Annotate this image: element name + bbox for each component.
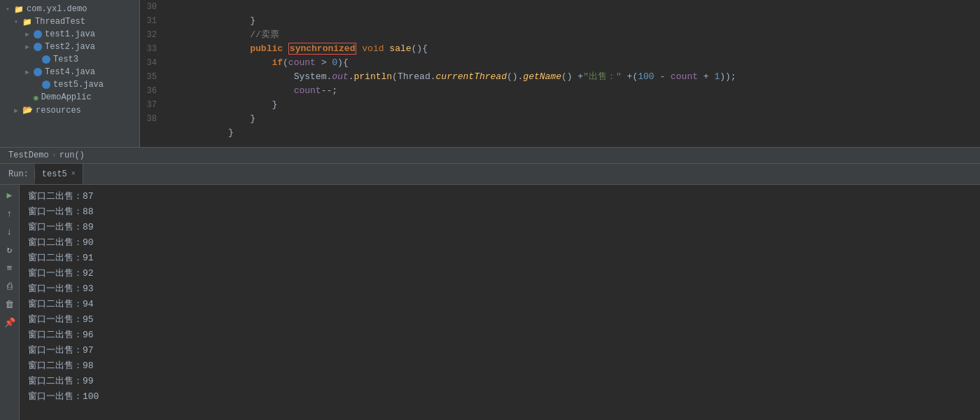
scroll-up-button[interactable]: ↑ xyxy=(2,206,18,221)
tree-label: ThreadTest xyxy=(35,17,85,27)
folder-icon: 📁 xyxy=(14,5,24,14)
output-line: 窗口一出售：100 xyxy=(28,389,972,405)
output-line: 窗口一出售：92 xyxy=(28,266,972,281)
green-class-icon: ◉ xyxy=(34,93,38,102)
line-num-33: 33 xyxy=(140,42,162,56)
tree-label: Test4.java xyxy=(45,67,95,77)
line-numbers: 30 31 32 33 34 35 36 37 38 xyxy=(140,0,168,147)
run-panel: Run: test5 × ▶ ↑ ↓ ↻ ≡ ⎙ 🗑 📌 窗口二出售：87窗口一… xyxy=(0,164,980,420)
output-line: 窗口二出售：90 xyxy=(28,235,972,251)
code-line-38: } xyxy=(174,112,980,126)
output-line: 窗口二出售：96 xyxy=(28,328,972,343)
java-file-icon xyxy=(34,43,42,51)
output-line: 窗口一出售：89 xyxy=(28,220,972,235)
output-line: 窗口一出售：88 xyxy=(28,204,972,220)
tree-label: test5.java xyxy=(53,80,104,90)
output-line: 窗口二出售：91 xyxy=(28,251,972,266)
scroll-down-button[interactable]: ↓ xyxy=(2,224,18,239)
java-file-icon xyxy=(42,80,50,89)
pin-button[interactable]: 📌 xyxy=(2,315,18,330)
tree-label: com.yxl.demo xyxy=(27,4,87,14)
tree-item-test3[interactable]: Test3 xyxy=(0,53,139,66)
run-tab-label: test5 xyxy=(42,169,67,179)
run-label: Run: xyxy=(3,169,35,179)
tree-label: test1.java xyxy=(45,29,95,39)
folder-icon: 📁 xyxy=(22,18,32,27)
output-line: 窗口二出售：87 xyxy=(28,189,972,204)
tree-item-com-yxl-demo[interactable]: ▾ 📁 com.yxl.demo xyxy=(0,3,139,15)
java-file-icon xyxy=(34,68,42,76)
tree-label: resources xyxy=(36,106,81,115)
file-tree: ▾ 📁 com.yxl.demo ▾ 📁 ThreadTest ▶ test1.… xyxy=(0,0,140,147)
code-line-32: public synchronized void sale(){ xyxy=(174,28,980,42)
code-editor: 30 31 32 33 34 35 36 37 38 } //卖票 xyxy=(140,0,980,147)
breadcrumb-part2: run() xyxy=(59,150,85,160)
arrow-icon: ▶ xyxy=(25,68,34,76)
breadcrumb-part1: TestDemo xyxy=(8,150,49,160)
code-line-30: } xyxy=(174,0,980,14)
tree-label: Test2.java xyxy=(45,42,95,52)
code-line-31: //卖票 xyxy=(174,14,980,28)
tree-item-test2[interactable]: ▶ Test2.java xyxy=(0,41,139,53)
print-button[interactable]: ⎙ xyxy=(2,279,18,294)
arrow-icon: ▶ xyxy=(25,43,34,51)
code-content: } //卖票 public synchronized void sale(){ … xyxy=(168,0,980,147)
run-body: ▶ ↑ ↓ ↻ ≡ ⎙ 🗑 📌 窗口二出售：87窗口一出售：88窗口一出售：89… xyxy=(0,185,980,420)
run-sidebar: ▶ ↑ ↓ ↻ ≡ ⎙ 🗑 📌 xyxy=(0,185,20,420)
line-num-30: 30 xyxy=(140,0,162,14)
settings-button[interactable]: ≡ xyxy=(2,260,18,276)
code-area: ▾ 📁 com.yxl.demo ▾ 📁 ThreadTest ▶ test1.… xyxy=(0,0,980,147)
tree-label: Test3 xyxy=(53,55,78,64)
tree-item-test5[interactable]: test5.java xyxy=(0,78,139,91)
code-lines: 30 31 32 33 34 35 36 37 38 } //卖票 xyxy=(140,0,980,147)
line-num-31: 31 xyxy=(140,14,162,28)
arrow-icon: ▶ xyxy=(14,106,22,115)
output-line: 窗口一出售：93 xyxy=(28,281,972,297)
resources-icon: 📂 xyxy=(22,105,33,115)
arrow-icon: ▾ xyxy=(6,5,14,13)
line-num-38: 38 xyxy=(140,112,162,126)
delete-button[interactable]: 🗑 xyxy=(2,297,18,312)
output-line: 窗口二出售：94 xyxy=(28,297,972,312)
tree-item-demo-applic[interactable]: ◉ DemoApplic xyxy=(0,91,139,104)
breadcrumb-sep: › xyxy=(52,150,57,160)
arrow-icon: ▶ xyxy=(25,30,34,38)
java-file-icon xyxy=(34,30,42,38)
line-num-34: 34 xyxy=(140,56,162,70)
line-num-36: 36 xyxy=(140,84,162,98)
tree-item-threadtest[interactable]: ▾ 📁 ThreadTest xyxy=(0,15,139,28)
rerun-button[interactable]: ↻ xyxy=(2,242,18,258)
tree-item-test1[interactable]: ▶ test1.java xyxy=(0,28,139,41)
code-line-37: } xyxy=(174,98,980,112)
output-line: 窗口二出售：99 xyxy=(28,374,972,389)
tree-label: DemoApplic xyxy=(41,92,92,102)
tree-item-test4[interactable]: ▶ Test4.java xyxy=(0,66,139,78)
line-num-32: 32 xyxy=(140,28,162,42)
run-play-button[interactable]: ▶ xyxy=(2,188,18,203)
output-line: 窗口二出售：98 xyxy=(28,358,972,374)
tree-item-resources[interactable]: ▶ 📂 resources xyxy=(0,104,139,117)
breadcrumb-bar: TestDemo › run() xyxy=(0,147,980,164)
close-icon[interactable]: × xyxy=(71,170,76,178)
line-num-35: 35 xyxy=(140,70,162,84)
run-tab-bar: Run: test5 × xyxy=(0,164,980,185)
output-line: 窗口一出售：95 xyxy=(28,312,972,328)
run-tab-test5[interactable]: test5 × xyxy=(35,164,83,184)
line-num-37: 37 xyxy=(140,98,162,112)
arrow-icon: ▾ xyxy=(14,18,22,26)
java-class-icon xyxy=(42,55,50,64)
run-output: 窗口二出售：87窗口一出售：88窗口一出售：89窗口二出售：90窗口二出售：91… xyxy=(20,185,980,420)
output-line: 窗口一出售：97 xyxy=(28,343,972,358)
